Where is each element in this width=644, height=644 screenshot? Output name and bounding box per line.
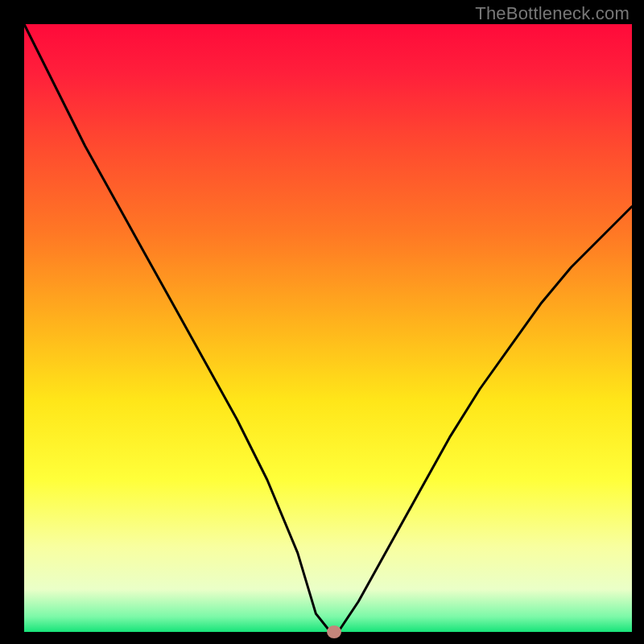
chart-stage: TheBottleneck.com xyxy=(0,0,644,644)
watermark-text: TheBottleneck.com xyxy=(475,3,630,24)
optimal-point-marker xyxy=(327,625,341,638)
chart-gradient-bg xyxy=(24,24,632,632)
chart-svg xyxy=(0,0,644,644)
